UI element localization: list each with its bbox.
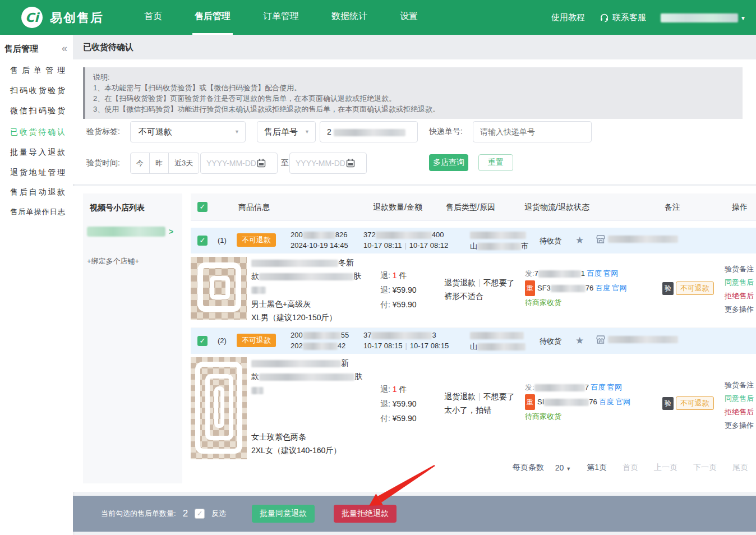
sidebar-item-scan-receive[interactable]: 扫码收货验货 [10,86,65,96]
site-link[interactable]: 官网 [616,398,630,406]
row1-type-reason: 退货退款|不想要了 裤形不适合 [444,276,515,303]
baidu-link[interactable]: 百度 [599,398,614,406]
row2-logistics-status: 待商家收货 [525,410,630,423]
row1-star-icon[interactable]: ★ [575,234,584,246]
order-no-input[interactable]: 2 [320,121,418,142]
selected-count: 2 [183,508,188,519]
row1-index: (1) [218,236,227,245]
notice-title: 说明: [93,72,743,82]
sidebar-item-aftersale-orders[interactable]: 售后单管理 [10,66,65,76]
row1-order-time: 2024-10-19 14:45 [291,241,348,250]
row1-shop-name-redacted [608,236,678,243]
baidu-link[interactable]: 百度 [591,383,605,391]
nav-home[interactable]: 首页 [142,0,164,35]
first-page-button[interactable]: 首页 [623,463,638,473]
per-page-select[interactable]: 20 ▼ [555,463,571,472]
invert-selection-checkbox[interactable]: ✓ [195,509,205,519]
calendar-icon [257,159,266,168]
per-page-label: 每页条数 [513,463,544,473]
page: Ci 易创售后 首页 售后管理 订单管理 数据统计 设置 使用教程 联系客服 [0,0,756,535]
prev-page-button[interactable]: 上一页 [654,463,677,473]
row2-detail: 新 款肤 女士玫紫色两条 2XL女（建议140-160斤） 退: 1 件 退: … [191,354,756,460]
col-refund: 退款数量/金额 [373,202,422,213]
row1-reject-link[interactable]: 拒绝售后 [725,289,754,303]
row2-region: 山 [470,342,525,352]
row2-checkbox[interactable]: ✓ [197,336,208,346]
baidu-link[interactable]: 百度 [587,269,602,278]
chevron-right-icon: > [169,227,173,236]
shop-list-title: 视频号小店列表 [90,203,145,213]
row1-more-link[interactable]: 更多操作 [725,303,754,316]
row1-logistics-status: 待商家收货 [525,296,627,310]
shop-list-item[interactable]: > [87,225,178,238]
col-logistics: 退货物流/退款状态 [524,202,589,213]
nav-stats[interactable]: 数据统计 [329,0,370,35]
account-menu[interactable]: ▼ [661,12,746,22]
site-link[interactable]: 官网 [603,269,618,278]
nav-orders[interactable]: 订单管理 [261,0,301,35]
caret-down-icon: ▼ [566,466,571,472]
sidebar-item-auto-refund[interactable]: 售后自动退款 [10,187,65,197]
sidebar-item-wechat-scan[interactable]: 微信扫码验货 [10,106,65,116]
date-start-input[interactable]: YYYY-MM-DD [200,153,278,174]
order-no-type-select[interactable]: 售后单号 ▼ [257,121,316,142]
row1-detail: 冬新 款肤 男士黑色+高级灰 XL男（建议120-150斤） 退: 1 件 退:… [191,253,756,328]
main-card: 视频号小店列表 > +绑定多个店铺+ ✓ 商品信息 退款数量/金额 售后类型/原… [73,186,756,492]
site-link[interactable]: 官网 [612,284,627,292]
collapse-sidebar-icon[interactable]: « [62,43,67,54]
row1-verify-badge: 验 [662,282,674,295]
batch-approve-refund-button[interactable]: 批量同意退款 [252,505,315,523]
row2-tag-nonrefundable: 不可退款 [237,334,276,347]
row1-checkbox[interactable]: ✓ [197,236,208,246]
row2-star-icon[interactable]: ★ [575,335,584,347]
bind-more-shops-link[interactable]: +绑定多个店铺+ [87,256,139,266]
sidebar-item-operation-log[interactable]: 售后单操作日志 [10,207,65,217]
quick-3days-button[interactable]: 近3天 [169,153,199,173]
row2-verify-remark-link[interactable]: 验货备注 [725,379,754,392]
sidebar-item-return-address[interactable]: 退货地址管理 [10,168,65,178]
row1-product-text: 冬新 款肤 男士黑色+高级灰 XL男（建议120-150斤） [251,256,377,324]
date-end-input[interactable]: YYYY-MM-DD [289,153,367,174]
row2-refund-info: 退: 1 件 退: ¥59.90 付: ¥59.90 [380,382,417,426]
express-label: 快递单号: [429,127,463,137]
row2-order-time: 20242 [291,342,345,350]
quick-yesterday-button[interactable]: 昨 [150,153,169,173]
site-link[interactable]: 官网 [607,383,622,391]
notice-line: 1、本功能需与【扫码收货验货】或【微信扫码验货】配合使用。 [93,82,743,93]
row1-verify-remark-link[interactable]: 验货备注 [725,262,754,276]
invert-selection-label[interactable]: 反选 [211,509,226,519]
notice-line: 3、使用【微信扫码验货】功能进行验货但未确认退款或拒绝退款的售后单，在本页面确认… [93,104,743,114]
tag-filter-select[interactable]: 不可退款 ▼ [130,121,246,142]
time-filter-label: 验货时间: [86,158,120,168]
row1-remark-tag: 不可退款 [676,282,714,295]
row2-sku-size: 2XL女（建议140-160斤） [251,444,377,457]
reset-button[interactable]: 重置 [478,154,513,171]
quick-today-button[interactable]: 今 [131,153,150,173]
last-page-button[interactable]: 尾页 [732,463,748,473]
next-page-button[interactable]: 下一页 [693,463,717,473]
multi-shop-query-button[interactable]: 多店查询 [429,154,468,171]
row1-approve-link[interactable]: 同意售后 [725,276,754,289]
tutorial-link[interactable]: 使用教程 [551,12,585,23]
row2-approve-link[interactable]: 同意售后 [725,392,754,405]
row2-remarks: 验 不可退款 [662,396,714,410]
nav-settings[interactable]: 设置 [398,0,420,35]
select-all-checkbox[interactable]: ✓ [197,202,208,212]
shop-name-redacted [87,227,165,237]
row2-more-link[interactable]: 更多操作 [725,419,754,432]
row2-index: (2) [218,336,227,345]
nav-aftersale[interactable]: 售后管理 [192,0,233,35]
sidebar: 售后管理 « 售后单管理 扫码收货验货 微信扫码验货 已收货待确认 批量导入退款… [0,35,73,535]
baidu-link[interactable]: 百度 [596,284,610,292]
sidebar-item-batch-import[interactable]: 批量导入退款 [10,147,65,158]
express-no-input[interactable] [473,121,592,142]
sidebar-title: 售后管理 [4,44,38,54]
row1-order-no: 200826 [291,230,347,239]
row2-reject-link[interactable]: 拒绝售后 [725,405,754,419]
col-remark: 备注 [665,202,680,213]
sidebar-item-received-pending[interactable]: 已收货待确认 [10,127,65,137]
contact-link[interactable]: 联系客服 [600,12,646,23]
row1-receive-status: 待收货 [540,236,561,246]
selected-count-label: 当前勾选的售后单数量: [101,509,176,519]
batch-reject-refund-button[interactable]: 批量拒绝退款 [334,505,397,523]
